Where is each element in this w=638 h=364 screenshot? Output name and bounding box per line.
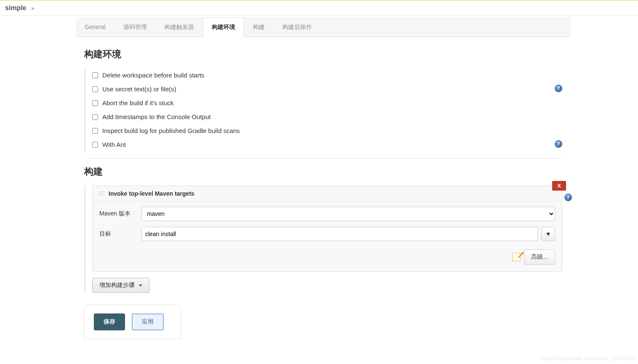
goals-label: 目标	[99, 230, 141, 238]
field-maven-version: Maven 版本 maven	[99, 207, 555, 221]
tab-general[interactable]: General	[76, 17, 114, 37]
notepad-icon	[512, 253, 521, 261]
caret-down-icon	[139, 284, 142, 287]
main-content: General 源码管理 构建触发器 构建环境 构建 构建后操作 构建环境 De…	[76, 16, 571, 339]
help-icon[interactable]: ?	[564, 194, 572, 201]
checkbox-gradle-scan[interactable]	[92, 128, 98, 134]
content-pane: 构建环境 Delete workspace before build start…	[76, 37, 571, 339]
chevron-down-icon: ▼	[545, 231, 551, 237]
maven-version-label: Maven 版本	[99, 210, 141, 218]
goals-input[interactable]	[141, 227, 538, 241]
option-with-ant: With Ant ?	[92, 138, 562, 151]
tabs: General 源码管理 构建触发器 构建环境 构建 构建后操作	[76, 17, 571, 37]
label-with-ant[interactable]: With Ant	[102, 141, 126, 148]
checkbox-secret-text[interactable]	[92, 86, 98, 92]
label-delete-workspace[interactable]: Delete workspace before build starts	[102, 72, 205, 79]
checkbox-timestamps[interactable]	[92, 114, 98, 120]
breadcrumb: simple ▶	[0, 0, 638, 16]
field-goals: 目标 ▼	[99, 227, 555, 241]
apply-button[interactable]: 应用	[132, 314, 164, 330]
build-heading: 构建	[84, 165, 562, 178]
expand-goals-button[interactable]: ▼	[541, 227, 555, 241]
save-button[interactable]: 保存	[94, 314, 125, 330]
option-delete-workspace: Delete workspace before build starts	[92, 68, 562, 82]
build-steps: X ? Invoke top-level Maven targets Maven…	[84, 186, 562, 293]
tab-build[interactable]: 构建	[244, 17, 274, 37]
option-abort-stuck: Abort the build if it's stuck	[92, 96, 562, 110]
label-timestamps[interactable]: Add timestamps to the Console Output	[102, 113, 211, 120]
option-gradle-scan: Inspect build log for published Gradle b…	[92, 124, 562, 138]
maven-version-select[interactable]: maven	[141, 207, 555, 221]
checkbox-delete-workspace[interactable]	[92, 72, 98, 78]
step-title: Invoke top-level Maven targets	[109, 190, 194, 197]
tab-build-env[interactable]: 构建环境	[203, 17, 244, 37]
breadcrumb-item[interactable]: simple	[5, 4, 27, 12]
advanced-row: 高级...	[99, 247, 555, 265]
step-body: Maven 版本 maven 目标 ▼	[93, 202, 562, 271]
remove-step-button[interactable]: X	[552, 181, 566, 191]
build-env-options: Delete workspace before build starts Use…	[84, 68, 562, 151]
breadcrumb-separator-icon: ▶	[32, 6, 35, 11]
tab-scm[interactable]: 源码管理	[114, 17, 156, 37]
build-env-heading: 构建环境	[84, 48, 562, 61]
checkbox-with-ant[interactable]	[92, 142, 98, 148]
tab-triggers[interactable]: 构建触发器	[156, 17, 203, 37]
label-secret-text[interactable]: Use secret text(s) or file(s)	[102, 85, 176, 93]
add-build-step-button[interactable]: 增加构建步骤	[92, 278, 149, 293]
label-abort-stuck[interactable]: Abort the build if it's stuck	[102, 99, 174, 106]
advanced-button[interactable]: 高级...	[524, 250, 555, 265]
option-secret-text: Use secret text(s) or file(s) ?	[92, 82, 562, 96]
option-timestamps: Add timestamps to the Console Output	[92, 110, 562, 124]
label-gradle-scan[interactable]: Inspect build log for published Gradle b…	[102, 127, 240, 134]
build-step-maven: X ? Invoke top-level Maven targets Maven…	[92, 186, 562, 272]
add-build-step-label: 增加构建步骤	[99, 282, 135, 288]
section-divider	[84, 158, 562, 159]
help-icon[interactable]: ?	[555, 85, 562, 92]
tab-post[interactable]: 构建后操作	[274, 17, 321, 37]
step-header[interactable]: Invoke top-level Maven targets	[93, 186, 562, 202]
drag-handle-icon[interactable]	[98, 191, 104, 197]
footer-actions: 保存 应用	[84, 305, 181, 339]
checkbox-abort-stuck[interactable]	[92, 100, 98, 106]
help-icon[interactable]: ?	[555, 140, 562, 148]
